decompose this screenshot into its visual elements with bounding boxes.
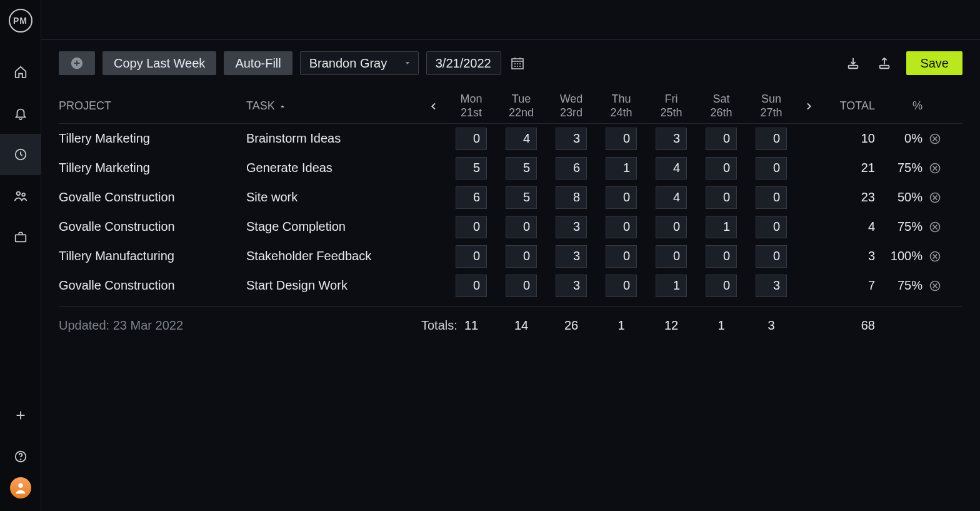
delete-row-icon[interactable] — [929, 280, 941, 292]
export-button[interactable] — [875, 54, 894, 73]
hour-input[interactable]: 5 — [456, 157, 487, 180]
hour-input[interactable]: 0 — [756, 186, 787, 209]
hour-input[interactable]: 0 — [756, 216, 787, 238]
table-row: Tillery ManufacturingStakeholder Feedbac… — [59, 241, 962, 271]
save-button[interactable]: Save — [906, 51, 962, 75]
nav-timesheet[interactable] — [0, 134, 41, 175]
user-select-value: Brandon Gray — [309, 56, 388, 71]
table-footer: Updated: 23 Mar 2022 Totals: 11142611213… — [59, 306, 962, 344]
hour-input[interactable]: 0 — [506, 216, 537, 238]
user-select[interactable]: Brandon Gray — [300, 51, 419, 75]
hour-input[interactable]: 0 — [756, 157, 787, 180]
date-input[interactable]: 3/21/2022 — [426, 51, 501, 75]
svg-point-5 — [20, 459, 21, 460]
upload-icon — [878, 56, 891, 70]
hour-input[interactable]: 0 — [706, 157, 737, 180]
hour-input[interactable]: 0 — [656, 216, 687, 238]
hour-input[interactable]: 0 — [506, 275, 537, 297]
nav-help[interactable] — [0, 436, 41, 477]
hour-input[interactable]: 6 — [556, 157, 587, 180]
hour-input[interactable]: 0 — [706, 128, 737, 150]
plus-circle-icon — [70, 56, 84, 70]
next-week-button[interactable] — [796, 101, 821, 111]
hour-input[interactable]: 0 — [456, 245, 487, 268]
hour-input[interactable]: 3 — [556, 275, 587, 297]
hour-input[interactable]: 3 — [556, 245, 587, 268]
toolbar: Copy Last Week Auto-Fill Brandon Gray 3/… — [41, 40, 980, 89]
hour-input[interactable]: 5 — [506, 157, 537, 180]
hour-input[interactable]: 0 — [456, 216, 487, 238]
day-total: 1 — [596, 318, 646, 333]
hour-input[interactable]: 0 — [706, 275, 737, 297]
svg-rect-3 — [15, 235, 26, 241]
briefcase-icon — [14, 230, 28, 244]
header-project[interactable]: PROJECT — [59, 99, 246, 113]
hour-input[interactable]: 0 — [606, 245, 637, 268]
auto-fill-button[interactable]: Auto-Fill — [224, 51, 292, 75]
hour-input[interactable]: 0 — [756, 245, 787, 268]
delete-row-icon[interactable] — [929, 162, 941, 175]
hour-input[interactable]: 3 — [756, 275, 787, 297]
add-row-button[interactable] — [59, 51, 95, 75]
hour-input[interactable]: 0 — [606, 275, 637, 297]
hour-input[interactable]: 8 — [556, 186, 587, 209]
hour-input[interactable]: 4 — [656, 157, 687, 180]
delete-row-icon[interactable] — [929, 221, 941, 233]
row-project: Govalle Construction — [59, 190, 246, 205]
import-button[interactable] — [844, 54, 862, 73]
row-task: Site work — [246, 190, 421, 205]
people-icon — [14, 189, 28, 203]
chevron-right-icon — [804, 101, 814, 111]
svg-point-1 — [16, 192, 19, 196]
delete-row-icon[interactable] — [929, 250, 941, 263]
hour-input[interactable]: 0 — [456, 128, 487, 150]
hour-input[interactable]: 0 — [456, 275, 487, 297]
header-task[interactable]: TASK — [246, 99, 421, 113]
hour-input[interactable]: 6 — [456, 186, 487, 209]
hour-input[interactable]: 0 — [506, 245, 537, 268]
clock-icon — [14, 148, 28, 161]
row-task: Generate Ideas — [246, 161, 421, 175]
hour-input[interactable]: 0 — [656, 245, 687, 268]
hour-input[interactable]: 1 — [706, 216, 737, 238]
hour-input[interactable]: 3 — [556, 216, 587, 238]
avatar[interactable] — [10, 477, 31, 498]
row-project: Govalle Construction — [59, 278, 246, 293]
day-header: Sat26th — [696, 93, 746, 119]
hour-input[interactable]: 5 — [506, 186, 537, 209]
nav-portfolio[interactable] — [0, 216, 41, 258]
delete-row-icon[interactable] — [929, 191, 941, 204]
hour-input[interactable]: 1 — [606, 157, 637, 180]
day-total: 12 — [646, 318, 696, 333]
totals-label: Totals: — [421, 318, 446, 333]
table-row: Govalle ConstructionSite work65804002350… — [59, 183, 962, 212]
hour-input[interactable]: 0 — [706, 245, 737, 268]
day-header: Thu24th — [596, 93, 646, 119]
row-task: Start Design Work — [246, 278, 421, 293]
hour-input[interactable]: 0 — [756, 128, 787, 150]
row-task: Brainstorm Ideas — [246, 131, 421, 146]
delete-row-icon[interactable] — [929, 133, 941, 145]
updated-label: Updated: 23 Mar 2022 — [59, 318, 421, 333]
hour-input[interactable]: 0 — [706, 186, 737, 209]
nav-notifications[interactable] — [0, 93, 41, 134]
header-percent: % — [879, 99, 922, 113]
hour-input[interactable]: 0 — [606, 186, 637, 209]
hour-input[interactable]: 0 — [606, 128, 637, 150]
prev-week-button[interactable] — [421, 101, 446, 111]
nav-home[interactable] — [0, 51, 41, 93]
row-percent: 75% — [879, 278, 922, 293]
copy-last-week-button[interactable]: Copy Last Week — [102, 51, 216, 75]
row-percent: 75% — [879, 220, 922, 234]
chevron-left-icon — [429, 101, 439, 111]
nav-add[interactable] — [0, 395, 41, 436]
hour-input[interactable]: 3 — [556, 128, 587, 150]
hour-input[interactable]: 0 — [606, 216, 637, 238]
nav-team[interactable] — [0, 175, 41, 216]
hour-input[interactable]: 1 — [656, 275, 687, 297]
hour-input[interactable]: 4 — [506, 128, 537, 150]
hour-input[interactable]: 4 — [656, 186, 687, 209]
calendar-button[interactable] — [509, 54, 526, 72]
hour-input[interactable]: 3 — [656, 128, 687, 150]
row-total: 21 — [821, 161, 879, 175]
